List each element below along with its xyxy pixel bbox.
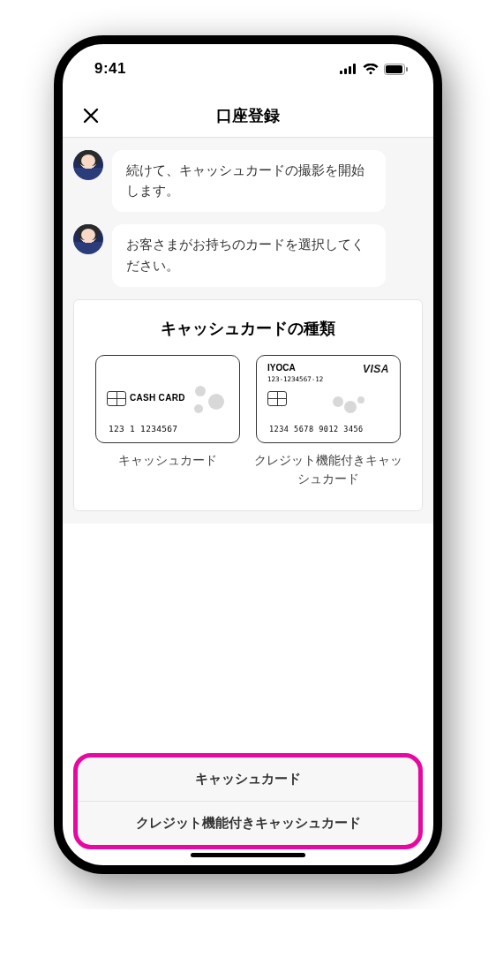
battery-icon [384,64,409,75]
svg-rect-1 [344,69,347,75]
card-option-credit: IYOCA VISA 123-1234567-12 1234 5678 9012… [253,355,403,491]
status-bar: 9:41 [63,44,433,94]
svg-rect-6 [406,67,408,72]
card-sub-number: 123-1234567-12 [267,375,323,383]
card-decoration-icon [192,382,227,418]
svg-point-12 [357,396,364,403]
card-inner-label: CASH CARD [130,393,185,403]
home-indicator[interactable] [191,853,305,857]
highlighted-options: キャッシュカード クレジット機能付きキャッシュカード [73,753,423,849]
svg-point-11 [344,401,357,413]
page-title: 口座登録 [216,105,280,126]
wifi-icon [363,64,379,75]
cellular-icon [340,64,357,74]
panel-title: キャッシュカードの種類 [85,318,411,339]
chip-icon [267,391,287,406]
visa-brand-label: VISA [363,363,389,375]
credit-card-illustration: IYOCA VISA 123-1234567-12 1234 5678 9012… [256,355,401,443]
card-option-cash: CASH CARD 123 1 1234567 キャッシュカード [93,355,243,491]
svg-rect-2 [349,66,351,74]
card-number: 1234 5678 9012 3456 [269,425,364,433]
chip-icon [107,391,126,406]
phone-frame: 9:41 口座登録 続けて、キャッシュカードの撮影を開始します。 お客さまがお持… [54,35,442,874]
card-decoration-icon [331,395,366,416]
close-icon [82,107,100,124]
svg-point-7 [195,386,206,396]
assistant-avatar [73,150,103,180]
app-header: 口座登録 [63,94,433,138]
close-button[interactable] [79,103,103,128]
option-cash-card-button[interactable]: キャッシュカード [78,758,418,801]
cash-card-illustration: CASH CARD 123 1 1234567 [95,355,240,443]
svg-point-8 [208,394,224,410]
option-credit-card-button[interactable]: クレジット機能付きキャッシュカード [78,801,418,845]
message-bubble: 続けて、キャッシュカードの撮影を開始します。 [112,150,386,212]
assistant-message: お客さまがお持ちのカードを選択してください。 [73,224,423,286]
svg-point-9 [194,404,203,413]
content-area: 続けて、キャッシュカードの撮影を開始します。 お客さまがお持ちのカードを選択して… [63,138,433,524]
svg-rect-0 [340,71,342,74]
status-icons [340,64,409,75]
assistant-avatar [73,224,103,254]
status-time: 9:41 [94,60,126,78]
card-type-panel: キャッシュカードの種類 CASH CARD 123 1 1234567 キャッシ… [73,299,423,511]
card-number: 123 1 1234567 [109,424,177,433]
card-caption: クレジット機能付きキャッシュカード [253,452,403,491]
svg-rect-3 [353,64,356,74]
card-iyoca-label: IYOCA [267,363,296,373]
bottom-sheet: キャッシュカード クレジット機能付きキャッシュカード [63,753,433,865]
message-bubble: お客さまがお持ちのカードを選択してください。 [112,224,386,286]
card-caption: キャッシュカード [118,452,217,491]
svg-rect-5 [386,65,402,73]
assistant-message: 続けて、キャッシュカードの撮影を開始します。 [73,150,423,212]
svg-point-10 [333,396,343,407]
